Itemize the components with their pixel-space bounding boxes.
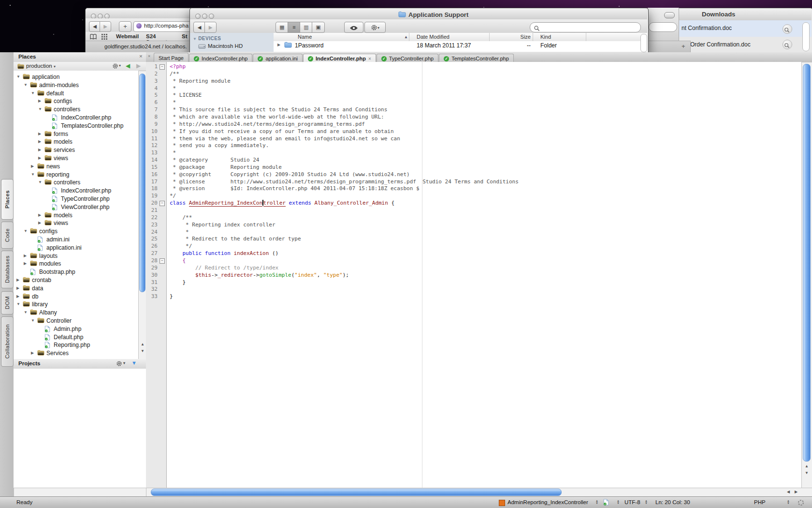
history-back-icon[interactable]: ◀ — [126, 62, 130, 69]
scroll-down-icon[interactable]: ▼ — [141, 349, 145, 353]
tree-item[interactable]: ▶models — [14, 211, 138, 219]
tree-item[interactable]: ▼configs — [14, 227, 138, 235]
collapse-icon[interactable]: ▼ — [24, 229, 28, 233]
editor-vscrollbar-thumb[interactable] — [803, 64, 811, 462]
tree-item[interactable]: ▼admin-modules — [14, 81, 138, 89]
scroll-right-icon[interactable]: ▶ — [795, 490, 798, 494]
editor-hscrollbar-thumb[interactable] — [151, 489, 562, 496]
column-header-date[interactable]: Date Modified — [417, 34, 450, 40]
back-button[interactable]: ◀ — [193, 22, 205, 33]
history-forward-icon[interactable]: ▶ — [136, 62, 141, 69]
expand-icon[interactable]: ▶ — [31, 351, 34, 355]
side-tab-code[interactable]: Code — [1, 222, 14, 249]
places-file-tree[interactable]: ▼application▼admin-modules▼default▶confi… — [14, 71, 139, 359]
tree-item[interactable]: admin.ini — [14, 235, 138, 243]
tree-item[interactable]: ▼library — [14, 300, 138, 308]
expand-icon[interactable]: ▶ — [38, 99, 41, 103]
collapse-icon[interactable]: ▼ — [24, 310, 28, 314]
collapse-icon[interactable]: ▼ — [38, 180, 42, 184]
tree-item[interactable]: ▶views — [14, 154, 138, 162]
close-button[interactable] — [195, 14, 201, 19]
back-button[interactable]: ◀ — [89, 21, 101, 32]
column-divider[interactable] — [533, 33, 533, 41]
column-divider[interactable] — [586, 33, 586, 41]
gear-icon[interactable] — [112, 63, 118, 69]
tree-item[interactable]: ▼controllers — [14, 105, 138, 113]
expand-icon[interactable]: ▶ — [24, 261, 27, 266]
downloads-scrollbar[interactable] — [802, 22, 810, 51]
tree-item[interactable]: ▼reporting — [14, 170, 138, 179]
forward-button[interactable]: ▶ — [204, 22, 217, 33]
close-icon[interactable]: × — [148, 54, 150, 59]
scroll-up-icon[interactable]: ▲ — [805, 464, 809, 468]
bookmark-item[interactable]: St — [182, 33, 188, 39]
tree-item[interactable]: ▼Controller — [14, 316, 138, 325]
tree-item[interactable]: Admin.php — [14, 325, 138, 333]
side-tab-dom[interactable]: DOM — [1, 291, 14, 314]
file-status-icon[interactable] — [603, 499, 609, 506]
browser-tab-title[interactable]: goldfinger.studio24.net / localhos. — [104, 44, 187, 49]
tree-item[interactable]: ▼controllers — [14, 178, 138, 186]
reveal-in-finder-icon[interactable] — [783, 24, 792, 34]
tree-item[interactable]: ViewController.php — [14, 203, 138, 211]
column-header-size[interactable]: Size — [515, 34, 531, 40]
status-encoding[interactable]: UTF-8 — [624, 499, 640, 505]
status-symbol[interactable]: AdminReporting_IndexController — [508, 499, 588, 505]
stepper-icon[interactable]: ▲▼ — [595, 500, 598, 505]
code-fold-icon[interactable]: − — [160, 64, 165, 70]
expand-icon[interactable]: ▶ — [38, 132, 41, 136]
tree-item[interactable]: ▶db — [14, 292, 138, 300]
collapse-icon[interactable]: ▼ — [31, 172, 35, 177]
collapse-icon[interactable]: ▼ — [24, 83, 28, 87]
tree-item[interactable]: ▼Albany — [14, 308, 138, 316]
tree-item[interactable]: ▶news — [14, 162, 138, 170]
close-icon[interactable]: × — [139, 53, 143, 59]
collapse-icon[interactable]: ▼ — [38, 107, 42, 111]
tree-item[interactable]: IndexController.php — [14, 113, 138, 121]
view-icons-button[interactable]: ▦ — [276, 22, 289, 33]
expand-icon[interactable]: ▶ — [24, 254, 27, 258]
tree-item[interactable]: ▶forms — [14, 130, 138, 138]
expand-icon[interactable]: ▶ — [31, 164, 34, 168]
view-columns-button[interactable]: ▥ — [300, 22, 313, 33]
tree-item[interactable]: ▶configs — [14, 97, 138, 105]
status-language[interactable]: PHP — [754, 499, 766, 505]
bookmarks-book-icon[interactable] — [90, 34, 97, 40]
collapse-icon[interactable]: ▼ — [16, 75, 20, 79]
stepper-icon[interactable]: ▲▼ — [787, 500, 790, 505]
projects-panel-body[interactable] — [14, 369, 146, 488]
bookmark-item[interactable]: Webmail — [116, 33, 139, 39]
stepper-icon[interactable]: ▲▼ — [617, 500, 620, 505]
new-tab-button[interactable]: + — [682, 43, 685, 50]
expand-icon[interactable]: ▶ — [38, 148, 41, 152]
tree-item[interactable]: Reporting.php — [14, 341, 138, 349]
close-icon[interactable]: × — [368, 56, 371, 61]
tree-item[interactable]: Bootstrap.php — [14, 268, 138, 276]
search-input[interactable] — [530, 22, 641, 32]
column-divider[interactable] — [409, 33, 409, 41]
tree-item[interactable]: IndexController.php — [14, 186, 138, 194]
tree-item[interactable]: Default.php — [14, 333, 138, 341]
minimize-button[interactable] — [202, 14, 207, 19]
toolbar-toggle-button[interactable] — [664, 12, 675, 18]
expand-icon[interactable]: ▶ — [38, 213, 41, 217]
column-header-kind[interactable]: Kind — [540, 34, 551, 40]
tree-item[interactable]: TypeController.php — [14, 194, 138, 203]
forward-button[interactable]: ▶ — [100, 21, 111, 32]
side-tab-places[interactable]: Places — [1, 179, 14, 220]
filter-funnel-icon[interactable]: ▼ — [131, 360, 137, 366]
sidebar-section-devices[interactable]: ▼ DEVICES — [193, 36, 221, 41]
code-editor[interactable]: 1−234567891011121314151617181920−2122232… — [146, 62, 801, 488]
quicklook-button[interactable] — [344, 22, 363, 33]
tree-item[interactable]: TemplatesController.php — [14, 121, 138, 130]
column-header-name[interactable]: Name — [298, 34, 312, 40]
tree-item[interactable]: ▶modules — [14, 259, 138, 268]
scroll-left-icon[interactable]: ◀ — [787, 490, 790, 494]
tree-item[interactable]: ▼application — [14, 73, 138, 81]
expand-icon[interactable]: ▶ — [16, 278, 19, 282]
chevron-down-icon[interactable]: ▾ — [119, 63, 121, 68]
panel-hscrollbar-track[interactable] — [14, 488, 147, 497]
expand-icon[interactable]: ▶ — [38, 221, 41, 225]
expand-icon[interactable]: ▶ — [38, 139, 41, 144]
scroll-down-icon[interactable]: ▼ — [805, 471, 809, 475]
